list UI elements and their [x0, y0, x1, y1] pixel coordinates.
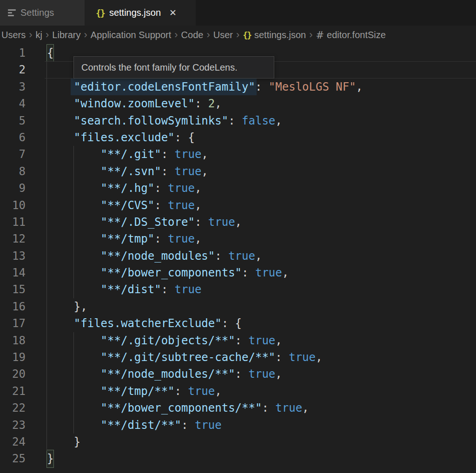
code-line[interactable]: 20 "**/node_modules/**": true, — [0, 366, 476, 382]
code-text: }, — [26, 298, 87, 315]
tab-settings[interactable]: Settings — [0, 0, 85, 26]
close-tab-icon[interactable]: ✕ — [169, 7, 177, 18]
code-token: , — [195, 182, 201, 195]
code-line[interactable]: 24 } — [0, 434, 476, 450]
code-line[interactable]: 23 "**/dist/**": true — [0, 417, 476, 434]
breadcrumb-item-kj[interactable]: kj — [36, 30, 42, 40]
code-token: true — [175, 283, 202, 296]
line-number[interactable]: 24 — [0, 434, 26, 450]
code-line[interactable]: 13 "**/node_modules": true, — [0, 248, 476, 264]
code-token — [47, 419, 101, 432]
editor-pane[interactable]: 1{23 "editor.codeLensFontFamily": "Meslo… — [0, 45, 476, 473]
code-line[interactable]: 25} — [0, 450, 476, 467]
breadcrumb-item-users[interactable]: Users — [1, 30, 26, 40]
line-number[interactable]: 6 — [0, 129, 26, 146]
code-token: : — [154, 182, 168, 195]
breadcrumb-item-user[interactable]: User — [213, 30, 233, 40]
code-line[interactable]: 17 "files.watcherExclude": { — [0, 315, 476, 332]
code-token: : — [275, 351, 289, 364]
code-line[interactable]: 3 "editor.codeLensFontFamily": "MesloLGS… — [0, 79, 476, 95]
breadcrumb-item-editor-fontsize[interactable]: editor.fontSize — [327, 30, 386, 40]
line-number[interactable]: 10 — [0, 197, 26, 214]
line-number[interactable]: 22 — [0, 400, 26, 416]
code-line[interactable]: 9 "**/.hg": true, — [0, 180, 476, 197]
code-text: "**/dist/**": true — [26, 417, 222, 434]
code-text: "**/tmp": true, — [26, 230, 201, 247]
code-token: , — [215, 385, 221, 398]
code-line[interactable]: 16 }, — [0, 298, 476, 315]
code-line[interactable]: 4 "window.zoomLevel": 2, — [0, 95, 476, 112]
code-token: : — [228, 114, 242, 127]
json-braces-icon: {} — [243, 30, 251, 40]
line-number[interactable]: 1 — [0, 45, 26, 61]
code-text: "**/bower_components/**": true, — [26, 400, 309, 416]
code-text: "**/.hg": true, — [26, 180, 201, 197]
code-line[interactable]: 7 "**/.git": true, — [0, 146, 476, 163]
line-number[interactable]: 12 — [0, 230, 26, 247]
code-line[interactable]: 5 "search.followSymlinks": false, — [0, 112, 476, 129]
line-number[interactable]: 4 — [0, 95, 26, 112]
code-token: , — [275, 368, 282, 381]
code-line[interactable]: 6 "files.exclude": { — [0, 129, 476, 146]
code-line[interactable]: 14 "**/bower_components": true, — [0, 264, 476, 281]
line-number[interactable]: 20 — [0, 366, 26, 382]
line-number[interactable]: 17 — [0, 315, 26, 332]
code-text: "editor.codeLensFontFamily": "MesloLGS N… — [26, 79, 363, 95]
line-number[interactable]: 18 — [0, 332, 26, 349]
json-braces-icon: {} — [96, 8, 105, 18]
matched-bracket: { — [47, 45, 53, 61]
code-text: "**/node_modules/**": true, — [26, 366, 282, 382]
code-token: "**/dist" — [101, 283, 161, 296]
code-line[interactable]: 21 "**/tmp/**": true, — [0, 383, 476, 400]
code-token — [47, 131, 74, 144]
code-line[interactable]: 22 "**/bower_components/**": true, — [0, 400, 476, 416]
line-number[interactable]: 3 — [0, 79, 26, 95]
line-number[interactable]: 11 — [0, 214, 26, 230]
code-token: false — [242, 114, 275, 127]
line-number[interactable]: 25 — [0, 450, 26, 467]
line-number[interactable]: 14 — [0, 264, 26, 281]
code-token: "**/.git/subtree-cache/**" — [101, 351, 276, 364]
breadcrumb-item-library[interactable]: Library — [52, 30, 80, 40]
line-number[interactable]: 2 — [0, 61, 26, 78]
code-line[interactable]: 18 "**/.git/objects/**": true, — [0, 332, 476, 349]
code-token: true — [228, 250, 255, 263]
code-token: true — [168, 182, 195, 195]
code-line[interactable]: 10 "**/CVS": true, — [0, 197, 476, 214]
line-number[interactable]: 21 — [0, 383, 26, 400]
code-line[interactable]: 15 "**/dist": true — [0, 281, 476, 298]
code-token — [47, 351, 101, 364]
code-line[interactable]: 19 "**/.git/subtree-cache/**": true, — [0, 349, 476, 366]
line-number[interactable]: 8 — [0, 163, 26, 180]
line-number[interactable]: 23 — [0, 417, 26, 434]
line-number[interactable]: 19 — [0, 349, 26, 366]
code-text: "window.zoomLevel": 2, — [26, 95, 222, 112]
code-line[interactable]: 12 "**/tmp": true, — [0, 230, 476, 247]
code-token: : — [235, 334, 249, 347]
code-token: true — [188, 385, 215, 398]
code-text: "files.exclude": { — [26, 129, 195, 146]
breadcrumb-item-application-support[interactable]: Application Support — [91, 30, 171, 40]
code-token — [47, 97, 74, 110]
code-token: }, — [47, 300, 87, 313]
breadcrumb-separator: › — [46, 29, 49, 41]
breadcrumb-item-settings-json[interactable]: settings.json — [254, 30, 306, 40]
code-token: : — [154, 232, 168, 245]
line-number[interactable]: 5 — [0, 112, 26, 129]
code-text: "**/.git": true, — [26, 146, 208, 163]
line-number[interactable]: 15 — [0, 281, 26, 298]
code-text: "**/dist": true — [26, 281, 201, 298]
tab-settings-json[interactable]: {} settings.json ✕ — [85, 0, 196, 26]
code-line[interactable]: 8 "**/.svn": true, — [0, 163, 476, 180]
breadcrumb: Users › kj › Library › Application Suppo… — [0, 26, 476, 45]
code-line[interactable]: 11 "**/.DS_Store": true, — [0, 214, 476, 230]
line-number[interactable]: 9 — [0, 180, 26, 197]
code-token: : — [181, 419, 195, 432]
line-number[interactable]: 13 — [0, 248, 26, 264]
code-token: : { — [175, 131, 195, 144]
line-number[interactable]: 7 — [0, 146, 26, 163]
breadcrumb-item-code[interactable]: Code — [181, 30, 204, 40]
code-token: "MesloLGS NF" — [269, 80, 356, 93]
line-number[interactable]: 16 — [0, 298, 26, 315]
code-text: } — [26, 450, 53, 467]
